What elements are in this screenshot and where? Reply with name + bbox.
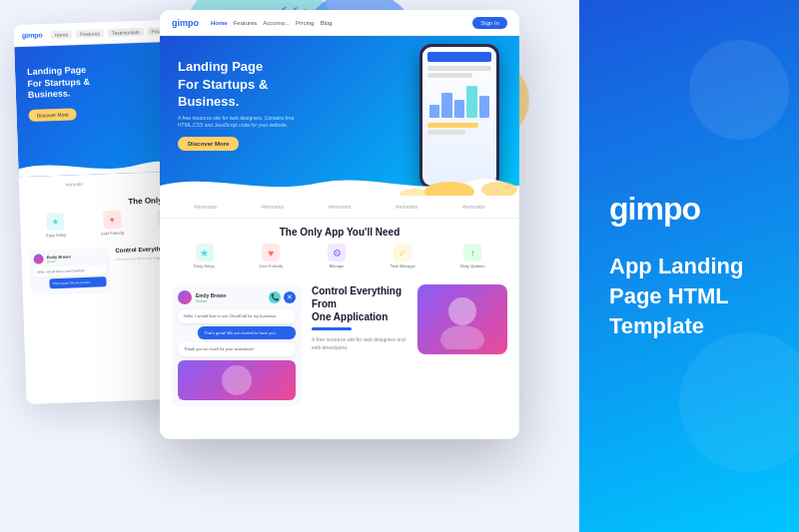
back-nav-features: Features: [76, 29, 104, 38]
back-nav-home: Home: [51, 30, 73, 39]
front-section-title: The Only App You'll Need: [160, 219, 519, 244]
control-section-image: [417, 284, 507, 354]
control-subtitle: A free resource site for web designers a…: [312, 336, 407, 351]
front-nav-pricing: Pricing: [296, 20, 314, 26]
front-hero-subtitle: A free resource site for web designers. …: [178, 115, 308, 129]
back-hero-title: Landing Page For Startups & Business.: [27, 65, 91, 102]
chat-status: Online: [196, 298, 226, 303]
control-title: Control Everything From One Application: [312, 284, 407, 323]
front-hero-button: Discover More: [178, 137, 239, 151]
control-text: Control Everything From One Application …: [312, 284, 407, 351]
back-hero-button: Discover More: [28, 108, 77, 122]
front-nav-signin: Sign In: [472, 17, 507, 29]
front-hero-title: Landing Page For Startups & Business.: [178, 58, 308, 111]
back-nav-testimonials: Testimonials: [108, 27, 144, 36]
front-nav-blog: Blog: [320, 20, 332, 26]
front-logo-4: #envato: [396, 204, 418, 210]
back-card-logo: gimpo: [22, 31, 43, 39]
chat-bubble-2: That's great! We are excited to have you…: [198, 326, 296, 340]
front-feature-1: ★ Easy Setup: [194, 244, 214, 268]
front-control-section: Emily Brown Online 📞 ✕ Hello, I would lo…: [160, 276, 519, 414]
chat-bubble-3: Thank you so much for your assistance!: [178, 342, 296, 356]
front-nav-home: Home: [211, 20, 228, 26]
front-logo-3: #envato: [329, 204, 352, 210]
back-feature-1: ★ Easy Setup: [45, 213, 66, 239]
front-feature-4: ✓ Task Manager: [391, 244, 415, 268]
back-logo-1: #envato: [65, 181, 83, 188]
chat-bubble-1: Hello, I would love to use CloudCall for…: [178, 309, 296, 323]
front-nav-testimonials: Accomo...: [263, 20, 290, 26]
back-feature-2: ♥ User Friendly: [100, 211, 125, 237]
front-feature-2: ♥ User Friendly: [260, 244, 284, 268]
svg-point-7: [448, 297, 476, 325]
right-panel: gimpo App Landing Page HTML Template: [579, 0, 799, 532]
product-tagline: App Landing Page HTML Template: [609, 252, 769, 340]
front-logo-5: #envato: [462, 204, 485, 210]
svg-point-8: [440, 325, 484, 349]
chat-widget: Emily Brown Online 📞 ✕ Hello, I would lo…: [172, 284, 302, 406]
chat-avatar: [178, 290, 192, 304]
brand-name: gimpo: [609, 191, 769, 228]
front-nav-features: Features: [234, 20, 258, 26]
chat-username: Emily Brown: [196, 292, 226, 298]
front-logo-2: #envato: [261, 204, 284, 210]
left-panel: gimpo Home Features Testimonials Pricing…: [0, 0, 579, 532]
front-feature-3: ⚙ Manage: [328, 244, 346, 268]
front-card-logo: gimpo: [172, 18, 199, 28]
front-logo-1: #envato: [194, 204, 217, 210]
website-preview-front: gimpo Home Features Accomo... Pricing Bl…: [160, 10, 519, 439]
front-feature-5: ↑ Daily Updates: [460, 244, 485, 268]
